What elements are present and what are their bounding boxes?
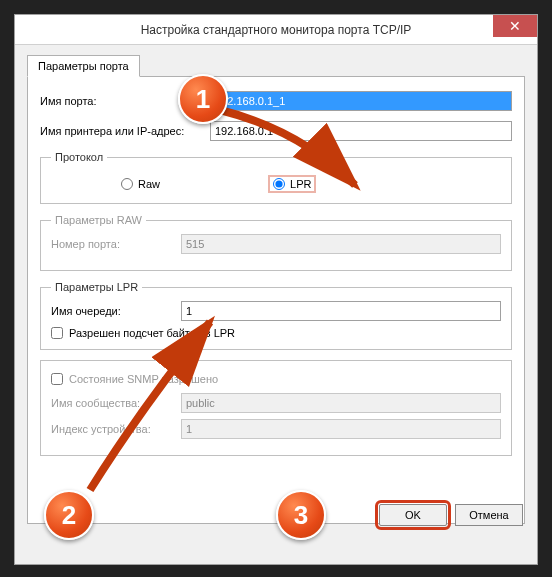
row-port-name: Имя порта: bbox=[40, 91, 512, 111]
row-lpr-count: Разрешен подсчет байтов в LPR bbox=[51, 327, 501, 339]
raw-port-label: Номер порта: bbox=[51, 238, 181, 250]
row-snmp-enable: Состояние SNMP разрешено bbox=[51, 373, 501, 385]
row-printer: Имя принтера или IP-адрес: bbox=[40, 121, 512, 141]
lpr-group: Параметры LPR Имя очереди: Разрешен подс… bbox=[40, 281, 512, 350]
snmp-group: Состояние SNMP разрешено Имя сообщества:… bbox=[40, 360, 512, 456]
client-area: Параметры порта Имя порта: Имя принтера … bbox=[15, 45, 537, 536]
row-queue: Имя очереди: bbox=[51, 301, 501, 321]
ok-button[interactable]: OK bbox=[379, 504, 447, 526]
row-raw-port: Номер порта: bbox=[51, 234, 501, 254]
tab-panel: Имя порта: Имя принтера или IP-адрес: Пр… bbox=[27, 76, 525, 524]
dialog-buttons: OK Отмена bbox=[379, 504, 523, 526]
community-label: Имя сообщества: bbox=[51, 397, 181, 409]
printer-input[interactable] bbox=[210, 121, 512, 141]
close-icon: ✕ bbox=[509, 18, 521, 34]
raw-port-input bbox=[181, 234, 501, 254]
printer-label: Имя принтера или IP-адрес: bbox=[40, 125, 210, 137]
protocol-options: Raw LPR bbox=[51, 171, 501, 193]
radio-lpr-label: LPR bbox=[290, 178, 311, 190]
annotation-badge-2: 2 bbox=[44, 490, 94, 540]
close-button[interactable]: ✕ bbox=[493, 15, 537, 37]
lpr-count-checkbox[interactable] bbox=[51, 327, 63, 339]
radio-lpr-input[interactable] bbox=[273, 178, 285, 190]
queue-label: Имя очереди: bbox=[51, 305, 181, 317]
protocol-legend: Протокол bbox=[51, 151, 107, 163]
queue-input[interactable] bbox=[181, 301, 501, 321]
protocol-group: Протокол Raw LPR bbox=[40, 151, 512, 204]
device-index-label: Индекс устройства: bbox=[51, 423, 181, 435]
lpr-count-label: Разрешен подсчет байтов в LPR bbox=[69, 327, 235, 339]
tabstrip: Параметры порта bbox=[27, 55, 525, 77]
radio-raw-label: Raw bbox=[138, 178, 160, 190]
raw-group: Параметры RAW Номер порта: bbox=[40, 214, 512, 271]
radio-raw-input[interactable] bbox=[121, 178, 133, 190]
row-device-index: Индекс устройства: bbox=[51, 419, 501, 439]
row-community: Имя сообщества: bbox=[51, 393, 501, 413]
snmp-enable-checkbox[interactable] bbox=[51, 373, 63, 385]
device-index-input bbox=[181, 419, 501, 439]
annotation-badge-3: 3 bbox=[276, 490, 326, 540]
cancel-button[interactable]: Отмена bbox=[455, 504, 523, 526]
radio-lpr[interactable]: LPR bbox=[270, 177, 314, 191]
port-name-input[interactable] bbox=[210, 91, 512, 111]
community-input bbox=[181, 393, 501, 413]
tab-port-params[interactable]: Параметры порта bbox=[27, 55, 140, 77]
titlebar: Настройка стандартного монитора порта TC… bbox=[15, 15, 537, 45]
radio-raw[interactable]: Raw bbox=[121, 178, 160, 190]
snmp-enable-label: Состояние SNMP разрешено bbox=[69, 373, 218, 385]
annotation-badge-1: 1 bbox=[178, 74, 228, 124]
raw-legend: Параметры RAW bbox=[51, 214, 146, 226]
lpr-legend: Параметры LPR bbox=[51, 281, 142, 293]
dialog-window: Настройка стандартного монитора порта TC… bbox=[14, 14, 538, 565]
window-title: Настройка стандартного монитора порта TC… bbox=[15, 23, 537, 37]
